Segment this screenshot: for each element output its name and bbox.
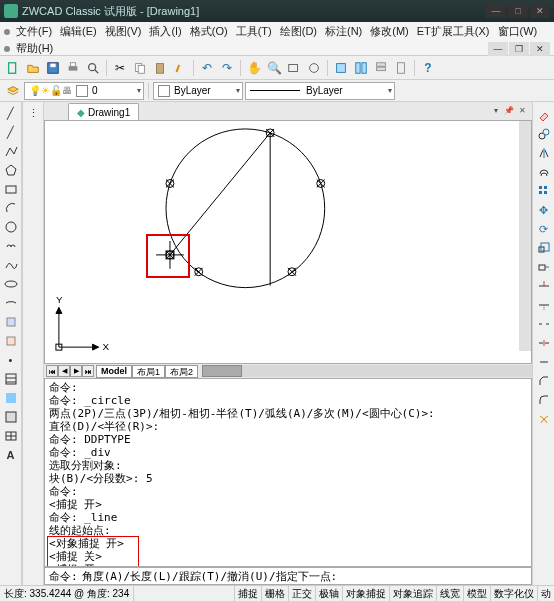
menu-edit[interactable]: 编辑(E)	[56, 23, 101, 40]
copy-tool[interactable]	[535, 125, 553, 143]
rect-tool[interactable]	[2, 180, 20, 198]
maximize-button[interactable]: □	[508, 4, 528, 18]
toggle-model[interactable]: 模型	[463, 586, 490, 602]
command-window[interactable]: 命令: 命令: _circle 两点(2P)/三点(3P)/相切-相切-半径(T…	[44, 378, 532, 567]
extend-tool[interactable]	[535, 296, 553, 314]
fillet-tool[interactable]	[535, 391, 553, 409]
doc-minimize-button[interactable]: —	[488, 42, 508, 56]
nav-first-button[interactable]: ⏮	[46, 365, 58, 377]
table-tool[interactable]	[2, 427, 20, 445]
color-select[interactable]: ByLayer	[153, 82, 243, 100]
pan-button[interactable]: ✋	[245, 59, 263, 77]
pline-tool[interactable]	[2, 142, 20, 160]
toggle-otrack[interactable]: 对象追踪	[389, 586, 436, 602]
arc-tool[interactable]	[2, 199, 20, 217]
point-tool[interactable]: •	[2, 351, 20, 369]
cut-button[interactable]: ✂	[111, 59, 129, 77]
block-tool[interactable]	[2, 332, 20, 350]
menu-dimension[interactable]: 标注(N)	[321, 23, 366, 40]
polygon-tool[interactable]	[2, 161, 20, 179]
menu-modify[interactable]: 修改(M)	[366, 23, 413, 40]
zoom-rt-button[interactable]: 🔍	[265, 59, 283, 77]
break2-tool[interactable]	[535, 334, 553, 352]
toggle-ortho[interactable]: 正交	[288, 586, 315, 602]
toggle-snap[interactable]: 捕捉	[234, 586, 261, 602]
nav-prev-button[interactable]: ◀	[58, 365, 70, 377]
revcloud-tool[interactable]	[2, 237, 20, 255]
trim-tool[interactable]	[535, 277, 553, 295]
minimize-button[interactable]: —	[486, 4, 506, 18]
hatch-tool[interactable]	[2, 370, 20, 388]
line-tool[interactable]: ╱	[2, 104, 20, 122]
ellipse-arc-tool[interactable]	[2, 294, 20, 312]
save-button[interactable]	[44, 59, 62, 77]
mtext-tool[interactable]: A	[2, 446, 20, 464]
toggle-tablet[interactable]: 数字化仪	[490, 586, 537, 602]
grip-icon[interactable]: ⋮	[24, 104, 42, 122]
nav-last-button[interactable]: ⏭	[82, 365, 94, 377]
help-button[interactable]: ?	[419, 59, 437, 77]
undo-button[interactable]: ↶	[198, 59, 216, 77]
new-button[interactable]	[4, 59, 22, 77]
erase-tool[interactable]	[535, 106, 553, 124]
toggle-osnap[interactable]: 对象捕捉	[342, 586, 389, 602]
insert-tool[interactable]	[2, 313, 20, 331]
tool-palettes-button[interactable]	[372, 59, 390, 77]
tab-pin-icon[interactable]: ▾	[490, 104, 502, 116]
menu-view[interactable]: 视图(V)	[101, 23, 146, 40]
layer-select[interactable]: 💡☀🔓🖶 0	[24, 82, 144, 100]
circle-tool[interactable]	[2, 218, 20, 236]
xline-tool[interactable]: ╱	[2, 123, 20, 141]
mirror-tool[interactable]	[535, 144, 553, 162]
scrollbar-horizontal[interactable]	[202, 365, 532, 377]
menu-help[interactable]: 帮助(H)	[12, 40, 57, 57]
tab-close-button[interactable]: ✕	[516, 104, 528, 116]
zoom-prev-button[interactable]	[305, 59, 323, 77]
scrollbar-vertical[interactable]	[519, 121, 531, 351]
copy-button[interactable]	[131, 59, 149, 77]
break-tool[interactable]	[535, 315, 553, 333]
calc-button[interactable]	[392, 59, 410, 77]
toggle-dyn[interactable]: 动	[537, 586, 554, 602]
menu-format[interactable]: 格式(O)	[186, 23, 232, 40]
toggle-lwt[interactable]: 线宽	[436, 586, 463, 602]
menu-file[interactable]: 文件(F)	[12, 23, 56, 40]
linetype-select[interactable]: ByLayer	[245, 82, 395, 100]
move-tool[interactable]: ✥	[535, 201, 553, 219]
open-button[interactable]	[24, 59, 42, 77]
offset-tool[interactable]	[535, 163, 553, 181]
zoom-win-button[interactable]	[285, 59, 303, 77]
cmd-input[interactable]: 角度(A)/长度(L)/跟踪(T)/撤消(U)/指定下一点:	[82, 569, 338, 584]
tab-layout2[interactable]: 布局2	[165, 365, 198, 378]
join-tool[interactable]	[535, 353, 553, 371]
doc-tab-drawing1[interactable]: ◆ Drawing1	[68, 103, 139, 120]
gradient-tool[interactable]	[2, 389, 20, 407]
doc-restore-button[interactable]: ❐	[509, 42, 529, 56]
tab-pin-button[interactable]: 📌	[503, 104, 515, 116]
redo-button[interactable]: ↷	[218, 59, 236, 77]
menu-et[interactable]: ET扩展工具(X)	[413, 23, 494, 40]
menu-insert[interactable]: 插入(I)	[145, 23, 185, 40]
properties-button[interactable]	[332, 59, 350, 77]
tab-layout1[interactable]: 布局1	[132, 365, 165, 378]
nav-next-button[interactable]: ▶	[70, 365, 82, 377]
drawing-canvas[interactable]: X Y	[44, 120, 532, 364]
spline-tool[interactable]	[2, 256, 20, 274]
tab-model[interactable]: Model	[96, 365, 132, 378]
toggle-grid[interactable]: 栅格	[261, 586, 288, 602]
explode-tool[interactable]	[535, 410, 553, 428]
array-tool[interactable]	[535, 182, 553, 200]
scale-tool[interactable]	[535, 239, 553, 257]
match-button[interactable]	[171, 59, 189, 77]
chamfer-tool[interactable]	[535, 372, 553, 390]
doc-close-button[interactable]: ✕	[530, 42, 550, 56]
design-center-button[interactable]	[352, 59, 370, 77]
status-coords[interactable]: 长度: 335.4244 @ 角度: 234	[0, 586, 134, 601]
region-tool[interactable]	[2, 408, 20, 426]
stretch-tool[interactable]	[535, 258, 553, 276]
print-button[interactable]	[64, 59, 82, 77]
layer-manager-button[interactable]	[4, 82, 22, 100]
menu-tools[interactable]: 工具(T)	[232, 23, 276, 40]
menu-window[interactable]: 窗口(W)	[494, 23, 542, 40]
ellipse-tool[interactable]	[2, 275, 20, 293]
